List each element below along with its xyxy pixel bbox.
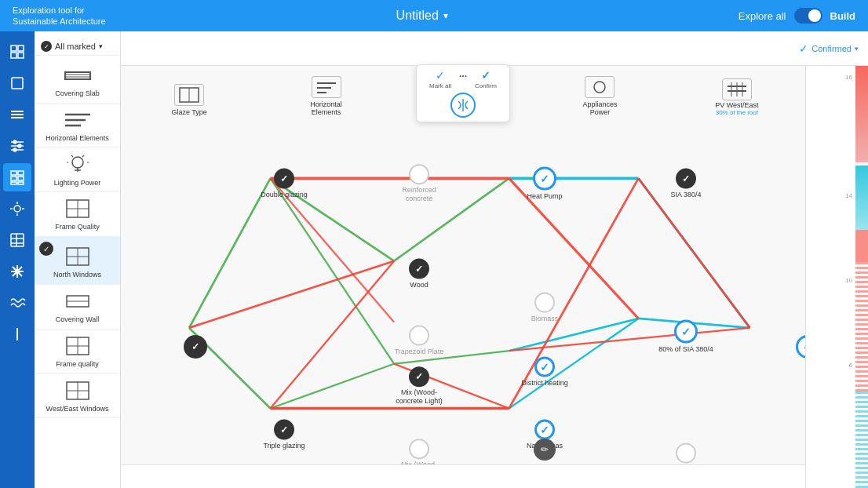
build-label[interactable]: Build (830, 10, 856, 22)
triple-glazing-node[interactable]: ✓ Triple glazing (257, 420, 312, 450)
svg-line-79 (638, 178, 749, 328)
top-bar: ✓ Confirmed ▾ (121, 31, 868, 66)
left-main-node[interactable]: ✓ (184, 335, 207, 359)
wood-label: Wood (392, 281, 447, 290)
explore-all-label: Explore all (739, 10, 786, 22)
sidebar-item-table[interactable] (3, 226, 31, 254)
svg-point-40 (72, 157, 83, 168)
confirmed-badge[interactable]: ✓ Confirmed ▾ (799, 42, 859, 55)
panel-item-west-east[interactable]: West/East Windows (35, 374, 120, 419)
west-east-label: West/East Windows (46, 405, 109, 413)
dots-icon: ··· (459, 71, 467, 82)
appliances-icon (585, 76, 615, 98)
hvac-popup-icon (450, 93, 476, 118)
app-header: Exploration tool for Sustainable Archite… (0, 0, 868, 31)
sidebar-item-sun[interactable] (3, 195, 31, 223)
west-east-windows-icon (62, 379, 93, 402)
confirm-button[interactable]: ✓ Confirm (475, 69, 497, 89)
sidebar-item-bar[interactable] (3, 320, 31, 348)
mark-all-button[interactable]: ✓ Mark all (429, 69, 451, 89)
covering-wall-icon (62, 290, 93, 313)
svg-line-43 (71, 155, 73, 157)
sidebar-item-menu[interactable] (3, 100, 31, 129)
triple-glazing-label: Triple glazing (257, 442, 312, 450)
svg-point-20 (14, 206, 20, 212)
svg-line-97 (638, 178, 749, 328)
mix-wood-full-circle (409, 439, 429, 459)
wood-node[interactable]: ✓ Wood (392, 259, 447, 290)
col-glaze-type: Glaze Type (121, 66, 257, 121)
pv-sublabel: 30% of the roof (716, 109, 758, 116)
reinforced-concrete-label: Reinforcedconcrete (392, 186, 447, 203)
frame-quality-icon (62, 197, 93, 220)
glaze-type-icon (174, 84, 204, 106)
doc-title: Untitled (396, 9, 439, 23)
svg-rect-18 (11, 182, 16, 184)
sidebar-item-shapes[interactable] (3, 69, 31, 97)
mark-all-check-icon: ✓ (436, 69, 445, 82)
svg-line-75 (189, 178, 271, 328)
covering-slab-icon (62, 64, 93, 87)
district-heating-node[interactable]: ✓ District heating (517, 357, 572, 388)
frame-quality-label: Frame Quality (55, 223, 100, 231)
left-sidebar (0, 31, 35, 488)
network-area: ✓ ✓ Double glazing Reinforcedconcrete ✓ … (121, 121, 805, 464)
sidebar-item-wave[interactable] (3, 289, 31, 317)
district-label: District heating (517, 379, 572, 388)
panel-item-lighting[interactable]: Lighting Power (35, 148, 120, 193)
lighting-power-label: Lighting Power (54, 179, 101, 188)
mix-wood-light-circle: ✓ (409, 366, 429, 387)
double-glazing-node[interactable]: ✓ Double glazing (257, 169, 312, 199)
sidebar-item-cross[interactable] (3, 257, 31, 286)
panel-item-covering-slab[interactable]: Covering Slab (35, 59, 120, 104)
main-area: ✓ Confirmed ▾ Glaze Type HorizontalEleme… (121, 31, 868, 488)
reinforced-concrete-node[interactable]: Reinforcedconcrete (392, 164, 447, 203)
panel-item-covering-wall[interactable]: Covering Wall (35, 285, 120, 330)
svg-rect-4 (12, 78, 23, 89)
pv-label: PV West/East (715, 101, 758, 109)
filter-chevron: ▾ (99, 42, 103, 50)
header-controls: Explore all Build (739, 8, 855, 24)
dots-button[interactable]: ··· - (459, 71, 467, 89)
sidebar-item-lines[interactable] (3, 132, 31, 160)
panel-item-horizontal[interactable]: Horizontal Elements (35, 104, 120, 148)
edit-pencil-button[interactable]: ✏ (534, 439, 556, 461)
panel-item-north-windows[interactable]: ✓ North Windows (35, 237, 120, 285)
sidebar-item-grid[interactable] (3, 38, 31, 66)
svg-rect-2 (11, 53, 16, 58)
heat-pump-node[interactable]: ✓ Heat Pump (517, 167, 572, 201)
biomass-node[interactable]: Biomass (517, 293, 572, 323)
svg-rect-3 (18, 53, 24, 58)
svg-point-11 (13, 140, 16, 144)
mix-wood-light-node[interactable]: ✓ Mix (Wood-concrete Light) (392, 366, 447, 406)
svg-rect-14 (11, 171, 16, 175)
sia-60-circle (676, 443, 696, 464)
trapezoid-label: Trapezoid Plate (392, 348, 447, 356)
explore-build-toggle[interactable] (794, 8, 822, 24)
app-title: Exploration tool for Sustainable Archite… (13, 5, 106, 27)
panel-item-frame-quality2[interactable]: Frame quality (35, 330, 120, 374)
mark-all-label: Mark all (429, 82, 451, 89)
column-headers: Glaze Type HorizontalElements HVAC Syste… (121, 66, 805, 121)
chevron-down-icon[interactable]: ▾ (443, 10, 448, 21)
sidebar-item-active[interactable] (3, 163, 31, 191)
svg-line-82 (509, 319, 639, 351)
north-windows-icon (62, 245, 93, 268)
svg-line-88 (189, 261, 394, 328)
trapezoid-plate-node[interactable]: Trapezoid Plate (392, 326, 447, 356)
svg-rect-15 (18, 171, 24, 175)
glaze-type-label: Glaze Type (172, 108, 207, 116)
svg-line-84 (271, 364, 395, 409)
col-appliances: AppliancesPower (531, 66, 668, 121)
biomass-label: Biomass (517, 315, 572, 323)
svg-line-80 (271, 178, 395, 363)
sia-80-node[interactable]: ✓ 80% of SIA 380/4 (658, 320, 713, 354)
natural-gas-circle: ✓ (534, 420, 555, 440)
reinforced-concrete-circle (409, 164, 429, 184)
filter-bar[interactable]: All marked ▾ (35, 38, 120, 56)
svg-rect-1 (18, 46, 24, 51)
color-pixels (855, 66, 868, 488)
svg-rect-0 (11, 46, 16, 51)
panel-item-frame-quality[interactable]: Frame Quality (35, 192, 120, 237)
sia-380-4-node[interactable]: ✓ SIA 380/4 (658, 169, 713, 199)
